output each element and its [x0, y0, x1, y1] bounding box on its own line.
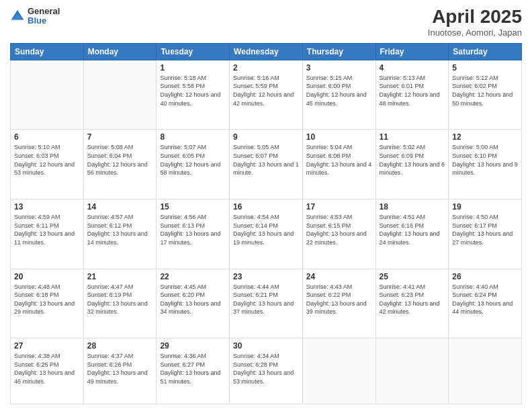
table-row: 10Sunrise: 5:04 AMSunset: 6:08 PMDayligh…	[302, 130, 375, 199]
day-number: 17	[306, 202, 372, 212]
table-row: 14Sunrise: 4:57 AMSunset: 6:12 PMDayligh…	[83, 199, 157, 269]
table-row: 2Sunrise: 5:16 AMSunset: 5:59 PMDaylight…	[230, 60, 303, 130]
cell-info: Sunrise: 5:16 AMSunset: 5:59 PMDaylight:…	[233, 74, 299, 107]
day-number: 4	[380, 63, 445, 73]
table-row: 16Sunrise: 4:54 AMSunset: 6:14 PMDayligh…	[230, 199, 303, 269]
cell-info: Sunrise: 5:08 AMSunset: 6:04 PMDaylight:…	[87, 143, 153, 177]
table-row: 1Sunrise: 5:18 AMSunset: 5:58 PMDaylight…	[157, 60, 230, 130]
logo-blue-text: Blue	[28, 16, 60, 26]
table-row: 26Sunrise: 4:40 AMSunset: 6:24 PMDayligh…	[449, 269, 522, 338]
table-row: 4Sunrise: 5:13 AMSunset: 6:01 PMDaylight…	[375, 60, 449, 130]
cell-info: Sunrise: 5:04 AMSunset: 6:08 PMDaylight:…	[306, 143, 372, 177]
table-row: 17Sunrise: 4:53 AMSunset: 6:15 PMDayligh…	[302, 199, 375, 269]
table-row	[302, 338, 375, 404]
day-number: 2	[233, 63, 299, 73]
cell-info: Sunrise: 5:12 AMSunset: 6:02 PMDaylight:…	[452, 74, 518, 107]
day-number: 5	[452, 63, 518, 73]
day-number: 29	[160, 341, 226, 351]
day-number: 18	[380, 202, 445, 212]
table-row: 25Sunrise: 4:41 AMSunset: 6:23 PMDayligh…	[375, 269, 449, 338]
day-number: 19	[452, 202, 518, 212]
cell-info: Sunrise: 4:51 AMSunset: 6:16 PMDaylight:…	[380, 213, 445, 246]
cell-info: Sunrise: 4:37 AMSunset: 6:26 PMDaylight:…	[87, 352, 153, 385]
table-row: 22Sunrise: 4:45 AMSunset: 6:20 PMDayligh…	[157, 269, 230, 338]
day-number: 30	[233, 341, 299, 351]
calendar-title: April 2025	[428, 7, 522, 28]
day-number: 14	[87, 202, 153, 212]
table-row: 24Sunrise: 4:43 AMSunset: 6:22 PMDayligh…	[302, 269, 375, 338]
cell-info: Sunrise: 4:38 AMSunset: 6:25 PMDaylight:…	[14, 352, 80, 385]
cell-info: Sunrise: 5:10 AMSunset: 6:03 PMDaylight:…	[14, 143, 80, 177]
day-number: 23	[233, 272, 299, 281]
table-row: 13Sunrise: 4:59 AMSunset: 6:11 PMDayligh…	[11, 199, 84, 269]
day-number: 8	[160, 132, 226, 142]
table-row	[449, 338, 522, 404]
cell-info: Sunrise: 4:59 AMSunset: 6:11 PMDaylight:…	[14, 213, 80, 246]
table-row: 9Sunrise: 5:05 AMSunset: 6:07 PMDaylight…	[230, 130, 303, 199]
cell-info: Sunrise: 4:36 AMSunset: 6:27 PMDaylight:…	[160, 352, 226, 385]
table-row: 11Sunrise: 5:02 AMSunset: 6:09 PMDayligh…	[375, 130, 449, 199]
title-block: April 2025 Inuotose, Aomori, Japan	[428, 7, 522, 38]
table-row: 20Sunrise: 4:48 AMSunset: 6:18 PMDayligh…	[11, 269, 84, 338]
table-row: 28Sunrise: 4:37 AMSunset: 6:26 PMDayligh…	[83, 338, 157, 404]
table-row: 5Sunrise: 5:12 AMSunset: 6:02 PMDaylight…	[449, 60, 522, 130]
table-row: 23Sunrise: 4:44 AMSunset: 6:21 PMDayligh…	[230, 269, 303, 338]
day-number: 3	[306, 63, 372, 73]
logo-text: General Blue	[28, 7, 60, 26]
day-number: 11	[380, 132, 445, 142]
day-number: 16	[233, 202, 299, 212]
col-saturday: Saturday	[449, 43, 522, 60]
table-row	[11, 60, 84, 130]
table-row: 30Sunrise: 4:34 AMSunset: 6:28 PMDayligh…	[230, 338, 303, 404]
day-number: 1	[160, 63, 226, 73]
day-number: 13	[14, 202, 80, 212]
calendar-header-row: Sunday Monday Tuesday Wednesday Thursday…	[11, 43, 522, 60]
cell-info: Sunrise: 4:47 AMSunset: 6:19 PMDaylight:…	[87, 283, 153, 316]
cell-info: Sunrise: 5:00 AMSunset: 6:10 PMDaylight:…	[452, 143, 518, 177]
col-friday: Friday	[375, 43, 449, 60]
day-number: 21	[87, 272, 153, 281]
day-number: 12	[452, 132, 518, 142]
calendar-table: Sunday Monday Tuesday Wednesday Thursday…	[10, 43, 522, 404]
cell-info: Sunrise: 5:02 AMSunset: 6:09 PMDaylight:…	[380, 143, 445, 177]
cell-info: Sunrise: 4:44 AMSunset: 6:21 PMDaylight:…	[233, 283, 299, 316]
cell-info: Sunrise: 4:40 AMSunset: 6:24 PMDaylight:…	[452, 283, 518, 316]
day-number: 9	[233, 132, 299, 142]
cell-info: Sunrise: 4:34 AMSunset: 6:28 PMDaylight:…	[233, 352, 299, 385]
col-thursday: Thursday	[302, 43, 375, 60]
col-sunday: Sunday	[11, 43, 84, 60]
day-number: 26	[452, 272, 518, 281]
table-row: 27Sunrise: 4:38 AMSunset: 6:25 PMDayligh…	[11, 338, 84, 404]
day-number: 10	[306, 132, 372, 142]
day-number: 15	[160, 202, 226, 212]
header: General Blue April 2025 Inuotose, Aomori…	[10, 7, 522, 38]
page: General Blue April 2025 Inuotose, Aomori…	[0, 0, 532, 411]
table-row: 3Sunrise: 5:15 AMSunset: 6:00 PMDaylight…	[302, 60, 375, 130]
day-number: 28	[87, 341, 153, 351]
table-row: 21Sunrise: 4:47 AMSunset: 6:19 PMDayligh…	[83, 269, 157, 338]
table-row: 12Sunrise: 5:00 AMSunset: 6:10 PMDayligh…	[449, 130, 522, 199]
table-row: 8Sunrise: 5:07 AMSunset: 6:05 PMDaylight…	[157, 130, 230, 199]
logo-general-text: General	[28, 7, 60, 16]
table-row: 18Sunrise: 4:51 AMSunset: 6:16 PMDayligh…	[375, 199, 449, 269]
cell-info: Sunrise: 5:15 AMSunset: 6:00 PMDaylight:…	[306, 74, 372, 107]
cell-info: Sunrise: 4:50 AMSunset: 6:17 PMDaylight:…	[452, 213, 518, 246]
cell-info: Sunrise: 4:41 AMSunset: 6:23 PMDaylight:…	[380, 283, 445, 316]
logo: General Blue	[10, 7, 60, 26]
cell-info: Sunrise: 4:56 AMSunset: 6:13 PMDaylight:…	[160, 213, 226, 246]
day-number: 24	[306, 272, 372, 281]
cell-info: Sunrise: 4:57 AMSunset: 6:12 PMDaylight:…	[87, 213, 153, 246]
table-row	[83, 60, 157, 130]
cell-info: Sunrise: 4:54 AMSunset: 6:14 PMDaylight:…	[233, 213, 299, 246]
day-number: 25	[380, 272, 445, 281]
table-row	[375, 338, 449, 404]
day-number: 20	[14, 272, 80, 281]
col-tuesday: Tuesday	[157, 43, 230, 60]
cell-info: Sunrise: 5:18 AMSunset: 5:58 PMDaylight:…	[160, 74, 226, 107]
calendar-location: Inuotose, Aomori, Japan	[428, 28, 522, 38]
day-number: 7	[87, 132, 153, 142]
table-row: 15Sunrise: 4:56 AMSunset: 6:13 PMDayligh…	[157, 199, 230, 269]
cell-info: Sunrise: 4:48 AMSunset: 6:18 PMDaylight:…	[14, 283, 80, 316]
cell-info: Sunrise: 5:13 AMSunset: 6:01 PMDaylight:…	[380, 74, 445, 107]
cell-info: Sunrise: 4:45 AMSunset: 6:20 PMDaylight:…	[160, 283, 226, 316]
